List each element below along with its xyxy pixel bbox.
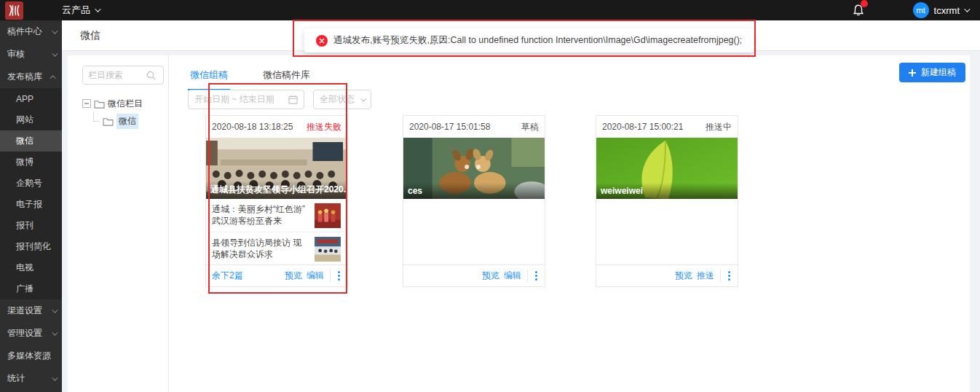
new-compose-button[interactable]: 新建组稿: [899, 63, 965, 82]
chevron-down-icon: [52, 329, 58, 335]
search-icon: [146, 71, 156, 80]
content-area: 微信栏目 微信 微信组稿 微信稿件库 新建组稿: [62, 52, 980, 392]
card-footer: 预览 推送: [596, 264, 738, 286]
article-row[interactable]: 通城：美丽乡村“红色游” 武汉游客纷至沓来: [206, 199, 347, 232]
sidebar-item-website[interactable]: 网站: [0, 109, 62, 130]
more-actions-icon[interactable]: [534, 270, 539, 282]
compose-card: 2020-08-17 15:01:58 草稿: [403, 115, 545, 287]
card-footer: 预览 编辑: [403, 264, 545, 286]
card-datetime: 2020-08-17 15:01:58: [409, 122, 490, 132]
status-badge: 推送中: [706, 121, 732, 133]
cover-article[interactable]: weiweiwei: [596, 138, 738, 199]
sidebar-item-weibo[interactable]: 微博: [0, 152, 62, 173]
publish-library-submenu: APP 网站 微信 微博 企鹅号 电子报 报刊 报刊简化 电视 广播: [0, 88, 62, 299]
topbar: 云产品 mt tcxrmt: [0, 0, 980, 20]
username: tcxrmt: [934, 5, 960, 16]
sidebar-item-management-settings[interactable]: 管理设置: [0, 322, 62, 345]
cover-title: ces: [403, 183, 545, 199]
sidebar-item-tv[interactable]: 电视: [0, 257, 62, 278]
error-toast: 通城发布,账号预览失败,原因:Call to undefined functio…: [304, 28, 754, 52]
filter-row: 开始日期 ~ 结束日期 全部状态: [188, 90, 371, 109]
folder-icon: [94, 99, 105, 109]
preview-link[interactable]: 预览: [482, 270, 499, 282]
cover-title: weiweiwei: [596, 183, 738, 199]
tree-node-root[interactable]: 微信栏目: [82, 95, 168, 112]
edit-link[interactable]: 编辑: [307, 270, 324, 282]
article-thumbnail: [314, 203, 341, 228]
compose-card: 2020-08-17 15:00:21 推送中 weiweiwei: [596, 115, 738, 287]
sidebar-item-publish-library[interactable]: 发布稿库: [0, 66, 62, 88]
remaining-count-link[interactable]: 余下2篇: [212, 270, 243, 282]
card-datetime: 2020-08-18 13:18:25: [212, 122, 293, 132]
preview-link[interactable]: 预览: [675, 270, 692, 282]
compose-card: 2020-08-18 13:18:25 推送失败: [205, 115, 348, 287]
more-actions-icon[interactable]: [336, 270, 341, 282]
folder-icon: [103, 117, 114, 126]
app-window: 云产品 mt tcxrmt 稿件中心 审核 发布稿库 APP 网站 微信 微博: [0, 0, 980, 392]
plus-icon: [909, 69, 916, 77]
more-actions-icon[interactable]: [727, 270, 732, 282]
sidebar: 稿件中心 审核 发布稿库 APP 网站 微信 微博 企鹅号 电子报 报刊 报刊简…: [0, 20, 62, 392]
status-filter-select[interactable]: 全部状态: [313, 90, 371, 109]
page-title: 微信: [80, 29, 100, 42]
sidebar-item-radio[interactable]: 广播: [0, 278, 62, 299]
card-datetime: 2020-08-17 15:00:21: [602, 122, 683, 132]
sidebar-item-newspaper[interactable]: 报刊: [0, 215, 62, 236]
tabs: 微信组稿 微信稿件库: [188, 66, 312, 90]
sidebar-item-channel-settings[interactable]: 渠道设置: [0, 299, 62, 322]
sidebar-item-review[interactable]: 审核: [0, 43, 62, 66]
push-link[interactable]: 推送: [697, 270, 714, 282]
sidebar-item-epaper[interactable]: 电子报: [0, 194, 62, 215]
column-tree-pane: 微信栏目 微信: [68, 55, 169, 392]
sidebar-item-wechat[interactable]: 微信: [0, 130, 62, 152]
wechat-workspace: 微信组稿 微信稿件库 新建组稿 开始日期 ~ 结束日期 全部状态: [169, 55, 970, 392]
sidebar-item-statistics[interactable]: 统计: [0, 367, 62, 390]
product-label: 云产品: [62, 4, 90, 17]
column-search[interactable]: [82, 66, 164, 85]
article-row[interactable]: 县领导到信访局接访 现场解决群众诉求: [206, 232, 347, 265]
error-message: 通城发布,账号预览失败,原因:Call to undefined functio…: [333, 34, 742, 47]
date-range-picker[interactable]: 开始日期 ~ 结束日期: [188, 90, 304, 109]
sidebar-item-manuscript-center[interactable]: 稿件中心: [0, 20, 62, 43]
tab-wechat-library[interactable]: 微信稿件库: [261, 66, 312, 90]
sidebar-item-newspaper-simplified[interactable]: 报刊简化: [0, 236, 62, 257]
chevron-down-icon: [52, 307, 58, 313]
chevron-down-icon: [52, 375, 58, 380]
avatar[interactable]: mt: [913, 2, 929, 18]
chevron-down-icon: [95, 6, 100, 12]
sidebar-item-app[interactable]: APP: [0, 88, 62, 109]
status-badge: 推送失败: [307, 121, 341, 133]
column-tree: 微信栏目 微信: [82, 95, 168, 130]
card-footer: 余下2篇 预览 编辑: [206, 264, 347, 286]
logo-icon[interactable]: [5, 1, 23, 19]
tree-node-wechat[interactable]: 微信: [82, 112, 168, 130]
chevron-down-icon: [964, 6, 970, 12]
chevron-down-icon: [360, 95, 366, 101]
main-panel: 微信栏目 微信 微信组稿 微信稿件库 新建组稿: [68, 55, 970, 392]
tree-connector: [93, 111, 100, 122]
tab-wechat-compose[interactable]: 微信组稿: [188, 66, 230, 90]
user-menu[interactable]: tcxrmt: [934, 5, 968, 16]
notifications-button[interactable]: [852, 4, 865, 17]
search-input[interactable]: [88, 70, 146, 80]
cover-article[interactable]: 通城县扶贫攻坚领导小组召开2020...: [206, 138, 347, 199]
sidebar-item-multimedia[interactable]: 多媒体资源: [0, 345, 62, 367]
notification-badge: [861, 0, 868, 7]
article-thumbnail: [314, 237, 341, 262]
edit-link[interactable]: 编辑: [504, 270, 521, 282]
error-icon: [316, 35, 328, 47]
preview-link[interactable]: 预览: [285, 270, 302, 282]
status-badge: 草稿: [521, 121, 539, 133]
collapse-icon[interactable]: [82, 99, 91, 108]
sidebar-item-penguin[interactable]: 企鹅号: [0, 173, 62, 194]
product-switcher[interactable]: 云产品: [62, 4, 99, 17]
chevron-down-icon: [52, 50, 58, 56]
calendar-icon: [288, 95, 298, 104]
cover-article[interactable]: ces: [403, 138, 545, 199]
cover-title: 通城县扶贫攻坚领导小组召开2020...: [206, 181, 347, 199]
chevron-down-icon: [52, 28, 58, 34]
